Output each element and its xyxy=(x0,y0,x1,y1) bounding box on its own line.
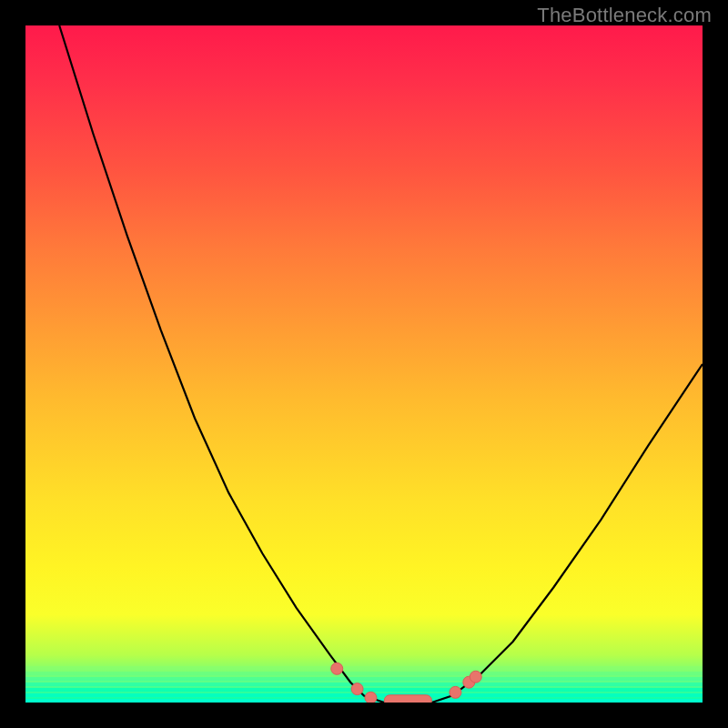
chart-svg xyxy=(25,25,703,703)
curve-marker-dot xyxy=(331,662,343,674)
curve-marker-dot xyxy=(365,692,377,703)
curve-marker-dot xyxy=(470,671,481,682)
chart-area xyxy=(25,25,703,703)
watermark-text: TheBottleneck.com xyxy=(537,4,712,27)
curve-marker-dot xyxy=(351,683,363,695)
curve-marker-dot xyxy=(450,686,461,698)
svg-rect-0 xyxy=(384,695,431,703)
bottleneck-curve xyxy=(59,25,703,703)
bottom-flat-segment xyxy=(384,695,431,703)
